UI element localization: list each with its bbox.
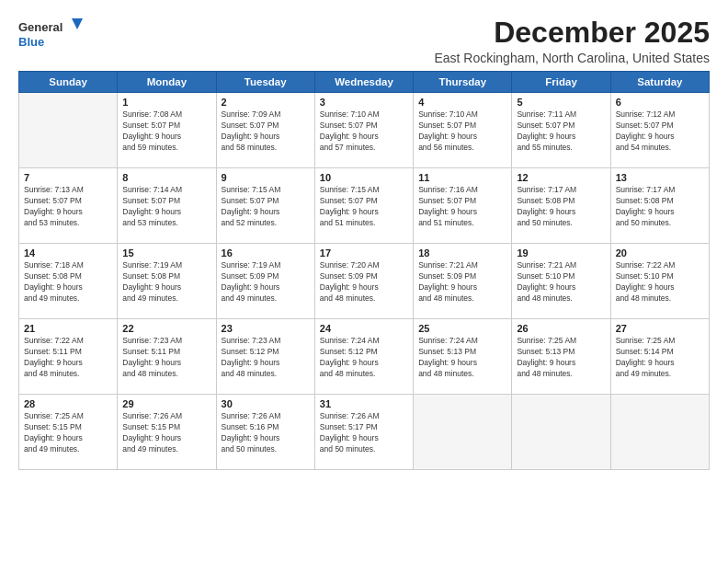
calendar-cell bbox=[512, 395, 610, 470]
calendar-cell: 6Sunrise: 7:12 AMSunset: 5:07 PMDaylight… bbox=[610, 93, 709, 168]
calendar-cell: 24Sunrise: 7:24 AMSunset: 5:12 PMDayligh… bbox=[314, 319, 413, 395]
title-area: December 2025 East Rockingham, North Car… bbox=[434, 17, 710, 65]
calendar-cell: 15Sunrise: 7:19 AMSunset: 5:08 PMDayligh… bbox=[118, 244, 216, 319]
day-number: 25 bbox=[418, 323, 506, 334]
day-number: 8 bbox=[122, 172, 210, 183]
day-info: Sunrise: 7:23 AMSunset: 5:11 PMDaylight:… bbox=[122, 336, 210, 380]
svg-text:General: General bbox=[18, 20, 63, 34]
day-info: Sunrise: 7:24 AMSunset: 5:13 PMDaylight:… bbox=[418, 336, 506, 380]
week-row-5: 28Sunrise: 7:25 AMSunset: 5:15 PMDayligh… bbox=[19, 395, 710, 470]
day-info: Sunrise: 7:19 AMSunset: 5:08 PMDaylight:… bbox=[122, 260, 210, 304]
week-row-1: 1Sunrise: 7:08 AMSunset: 5:07 PMDaylight… bbox=[19, 93, 710, 168]
day-number: 16 bbox=[222, 247, 310, 259]
calendar-cell: 10Sunrise: 7:15 AMSunset: 5:07 PMDayligh… bbox=[314, 168, 413, 244]
day-info: Sunrise: 7:25 AMSunset: 5:14 PMDaylight:… bbox=[616, 336, 704, 380]
calendar-cell: 23Sunrise: 7:23 AMSunset: 5:12 PMDayligh… bbox=[216, 319, 314, 395]
calendar-cell: 20Sunrise: 7:22 AMSunset: 5:10 PMDayligh… bbox=[610, 244, 709, 319]
calendar-cell: 28Sunrise: 7:25 AMSunset: 5:15 PMDayligh… bbox=[19, 395, 118, 470]
day-number: 5 bbox=[517, 97, 605, 108]
calendar-cell: 17Sunrise: 7:20 AMSunset: 5:09 PMDayligh… bbox=[314, 244, 413, 319]
calendar-cell: 9Sunrise: 7:15 AMSunset: 5:07 PMDaylight… bbox=[216, 168, 314, 244]
calendar-cell bbox=[610, 395, 709, 470]
day-number: 4 bbox=[418, 97, 506, 108]
calendar-cell: 31Sunrise: 7:26 AMSunset: 5:17 PMDayligh… bbox=[314, 395, 413, 470]
day-number: 13 bbox=[616, 172, 704, 183]
day-info: Sunrise: 7:18 AMSunset: 5:08 PMDaylight:… bbox=[24, 260, 112, 304]
day-info: Sunrise: 7:21 AMSunset: 5:10 PMDaylight:… bbox=[517, 260, 605, 304]
day-number: 28 bbox=[24, 398, 112, 409]
calendar-cell: 14Sunrise: 7:18 AMSunset: 5:08 PMDayligh… bbox=[19, 244, 118, 319]
calendar-cell: 27Sunrise: 7:25 AMSunset: 5:14 PMDayligh… bbox=[610, 319, 709, 395]
calendar-cell: 16Sunrise: 7:19 AMSunset: 5:09 PMDayligh… bbox=[216, 244, 314, 319]
day-number: 23 bbox=[222, 323, 310, 334]
day-number: 19 bbox=[517, 247, 605, 259]
day-number: 9 bbox=[222, 172, 310, 183]
day-number: 30 bbox=[222, 398, 310, 409]
day-number: 26 bbox=[517, 323, 605, 334]
day-number: 18 bbox=[418, 247, 506, 259]
location-title: East Rockingham, North Carolina, United … bbox=[434, 51, 710, 65]
day-number: 31 bbox=[320, 398, 408, 409]
calendar-cell: 4Sunrise: 7:10 AMSunset: 5:07 PMDaylight… bbox=[414, 93, 512, 168]
logo: General Blue bbox=[18, 17, 83, 52]
header-day-monday: Monday bbox=[118, 72, 216, 93]
header: General Blue December 2025 East Rockingh… bbox=[18, 17, 710, 65]
day-number: 14 bbox=[24, 247, 112, 259]
calendar-cell: 30Sunrise: 7:26 AMSunset: 5:16 PMDayligh… bbox=[216, 395, 314, 470]
calendar-cell: 2Sunrise: 7:09 AMSunset: 5:07 PMDaylight… bbox=[216, 93, 314, 168]
day-number: 21 bbox=[24, 323, 112, 334]
calendar-page: General Blue December 2025 East Rockingh… bbox=[0, 0, 728, 563]
day-info: Sunrise: 7:20 AMSunset: 5:09 PMDaylight:… bbox=[320, 260, 408, 304]
calendar-cell: 29Sunrise: 7:26 AMSunset: 5:15 PMDayligh… bbox=[118, 395, 216, 470]
day-number: 3 bbox=[320, 97, 408, 108]
week-row-3: 14Sunrise: 7:18 AMSunset: 5:08 PMDayligh… bbox=[19, 244, 710, 319]
calendar-cell: 7Sunrise: 7:13 AMSunset: 5:07 PMDaylight… bbox=[19, 168, 118, 244]
calendar-cell: 11Sunrise: 7:16 AMSunset: 5:07 PMDayligh… bbox=[414, 168, 512, 244]
day-info: Sunrise: 7:26 AMSunset: 5:15 PMDaylight:… bbox=[122, 411, 210, 455]
day-info: Sunrise: 7:16 AMSunset: 5:07 PMDaylight:… bbox=[418, 185, 506, 229]
day-info: Sunrise: 7:10 AMSunset: 5:07 PMDaylight:… bbox=[418, 109, 506, 154]
header-day-tuesday: Tuesday bbox=[216, 72, 314, 93]
day-info: Sunrise: 7:17 AMSunset: 5:08 PMDaylight:… bbox=[616, 185, 704, 229]
day-info: Sunrise: 7:19 AMSunset: 5:09 PMDaylight:… bbox=[222, 260, 310, 304]
calendar-table: SundayMondayTuesdayWednesdayThursdayFrid… bbox=[18, 71, 710, 470]
day-info: Sunrise: 7:25 AMSunset: 5:15 PMDaylight:… bbox=[24, 411, 112, 455]
calendar-cell: 19Sunrise: 7:21 AMSunset: 5:10 PMDayligh… bbox=[512, 244, 610, 319]
day-number: 6 bbox=[616, 97, 704, 108]
day-info: Sunrise: 7:14 AMSunset: 5:07 PMDaylight:… bbox=[122, 185, 210, 229]
day-info: Sunrise: 7:24 AMSunset: 5:12 PMDaylight:… bbox=[320, 336, 408, 380]
calendar-cell bbox=[19, 93, 118, 168]
day-number: 15 bbox=[122, 247, 210, 259]
calendar-cell: 12Sunrise: 7:17 AMSunset: 5:08 PMDayligh… bbox=[512, 168, 610, 244]
day-info: Sunrise: 7:15 AMSunset: 5:07 PMDaylight:… bbox=[222, 185, 310, 229]
day-number: 7 bbox=[24, 172, 112, 183]
logo-svg: General Blue bbox=[18, 17, 83, 52]
calendar-cell: 1Sunrise: 7:08 AMSunset: 5:07 PMDaylight… bbox=[118, 93, 216, 168]
day-info: Sunrise: 7:12 AMSunset: 5:07 PMDaylight:… bbox=[616, 109, 704, 154]
day-number: 11 bbox=[418, 172, 506, 183]
calendar-cell: 5Sunrise: 7:11 AMSunset: 5:07 PMDaylight… bbox=[512, 93, 610, 168]
day-info: Sunrise: 7:11 AMSunset: 5:07 PMDaylight:… bbox=[517, 109, 605, 154]
header-row: SundayMondayTuesdayWednesdayThursdayFrid… bbox=[19, 72, 710, 93]
day-number: 10 bbox=[320, 172, 408, 183]
day-info: Sunrise: 7:26 AMSunset: 5:16 PMDaylight:… bbox=[222, 411, 310, 455]
day-info: Sunrise: 7:17 AMSunset: 5:08 PMDaylight:… bbox=[517, 185, 605, 229]
day-info: Sunrise: 7:23 AMSunset: 5:12 PMDaylight:… bbox=[222, 336, 310, 380]
day-info: Sunrise: 7:25 AMSunset: 5:13 PMDaylight:… bbox=[517, 336, 605, 380]
day-info: Sunrise: 7:10 AMSunset: 5:07 PMDaylight:… bbox=[320, 109, 408, 154]
calendar-cell: 26Sunrise: 7:25 AMSunset: 5:13 PMDayligh… bbox=[512, 319, 610, 395]
calendar-cell: 8Sunrise: 7:14 AMSunset: 5:07 PMDaylight… bbox=[118, 168, 216, 244]
day-info: Sunrise: 7:22 AMSunset: 5:11 PMDaylight:… bbox=[24, 336, 112, 380]
day-info: Sunrise: 7:26 AMSunset: 5:17 PMDaylight:… bbox=[320, 411, 408, 455]
header-day-wednesday: Wednesday bbox=[314, 72, 413, 93]
calendar-cell: 22Sunrise: 7:23 AMSunset: 5:11 PMDayligh… bbox=[118, 319, 216, 395]
month-title: December 2025 bbox=[434, 17, 710, 49]
day-number: 2 bbox=[222, 97, 310, 108]
day-number: 22 bbox=[122, 323, 210, 334]
day-info: Sunrise: 7:09 AMSunset: 5:07 PMDaylight:… bbox=[222, 109, 310, 154]
calendar-cell: 13Sunrise: 7:17 AMSunset: 5:08 PMDayligh… bbox=[610, 168, 709, 244]
day-info: Sunrise: 7:21 AMSunset: 5:09 PMDaylight:… bbox=[418, 260, 506, 304]
header-day-thursday: Thursday bbox=[414, 72, 512, 93]
svg-text:Blue: Blue bbox=[18, 35, 44, 49]
day-number: 1 bbox=[122, 97, 210, 108]
